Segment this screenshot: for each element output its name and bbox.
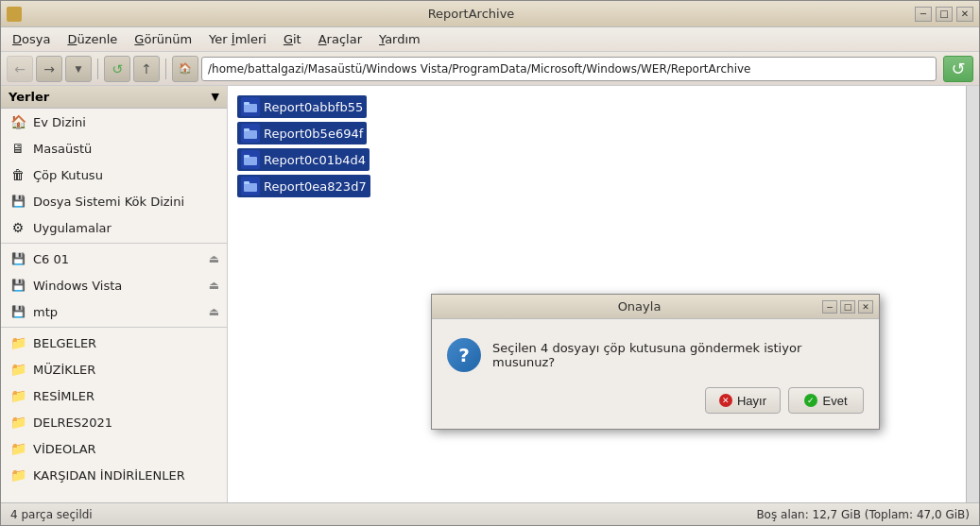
home-icon — [9, 112, 27, 131]
drive-mtp-icon — [9, 302, 27, 321]
sidebar-item-masaustu[interactable]: Masaüstü — [1, 135, 227, 161]
file-name-report0ea823d7: Report0ea823d7 — [264, 179, 367, 194]
menu-item-duzenle[interactable]: Düzenle — [60, 30, 125, 48]
svg-rect-5 — [244, 155, 249, 158]
file-name-report0c01b4d4: Report0c01b4d4 — [264, 153, 366, 167]
dialog-title: Onayla — [456, 299, 822, 314]
svg-rect-3 — [244, 128, 249, 131]
file-name-report0abbfb55: Report0abbfb55 — [264, 100, 363, 114]
apps-icon — [9, 218, 27, 237]
svg-rect-4 — [244, 157, 257, 165]
sidebar-collapse-icon[interactable]: ▼ — [212, 91, 219, 103]
home-button[interactable]: 🏠 — [172, 56, 198, 82]
eject-vista-button[interactable]: ⏏ — [209, 279, 219, 292]
sidebar-label-mtp: mtp — [33, 305, 58, 319]
sidebar-item-resimler[interactable]: RESİMLER — [1, 382, 227, 409]
menu-item-yerimleri[interactable]: Yer İmleri — [201, 30, 274, 48]
dialog-question-icon: ? — [447, 338, 481, 372]
svg-rect-0 — [244, 104, 257, 112]
sidebar-label-muzikler: MÜZİKLER — [33, 363, 95, 377]
dialog-minimize-button[interactable]: − — [822, 300, 837, 314]
forward-button[interactable]: → — [36, 56, 62, 82]
file-folder-icon — [241, 97, 260, 116]
sidebar-label-videolar: VİDEOLAR — [33, 442, 96, 456]
sidebar-item-belgeler[interactable]: BELGELER — [1, 330, 227, 356]
file-item-report0ea823d7[interactable]: Report0ea823d7 — [237, 175, 370, 197]
menu-item-gorunum[interactable]: Görünüm — [127, 30, 199, 48]
sidebar-item-uygulamalar[interactable]: Uygulamalar — [1, 214, 227, 241]
no-button[interactable]: ✕ Hayır — [705, 387, 781, 414]
sidebar-item-muzikler[interactable]: MÜZİKLER — [1, 356, 227, 382]
confirm-dialog: Onayla − □ ✕ ? Seçilen 4 dosyayı çöp kut… — [431, 294, 880, 430]
sidebar-divider-1 — [1, 243, 227, 244]
forward-dropdown[interactable]: ▼ — [65, 56, 92, 82]
svg-rect-1 — [244, 102, 249, 105]
dialog-buttons: ✕ Hayır ✓ Evet — [447, 387, 864, 414]
file-item-report0c01b4d4[interactable]: Report0c01b4d4 — [237, 148, 370, 171]
main-window: ReportArchive − □ ✕ Dosya Düzenle Görünü… — [0, 0, 980, 526]
title-bar: ReportArchive − □ ✕ — [1, 1, 979, 27]
yes-button[interactable]: ✓ Evet — [788, 387, 864, 414]
menu-item-araclar[interactable]: Araçlar — [311, 30, 370, 48]
go-button[interactable]: ↺ — [943, 56, 973, 82]
drive-vista-icon — [9, 276, 27, 295]
menu-item-yardim[interactable]: Yardım — [371, 30, 428, 48]
sidebar-item-videolar[interactable]: VİDEOLAR — [1, 435, 227, 462]
folder-belgeler-icon — [9, 333, 27, 352]
status-bar: 4 parça seçildi Boş alan: 12,7 GiB (Topl… — [1, 502, 979, 525]
scrollbar[interactable] — [966, 86, 979, 502]
dialog-maximize-button[interactable]: □ — [840, 300, 855, 314]
title-bar-controls: − □ ✕ — [915, 7, 973, 22]
sidebar-label-karsidan: KARŞIDAN İNDİRİLENLER — [33, 468, 185, 483]
reload-button[interactable]: ↺ — [104, 56, 130, 82]
sidebar-item-dosya-sistemi[interactable]: Dosya Sistemi Kök Dizini — [1, 188, 227, 214]
status-right: Boş alan: 12,7 GiB (Toplam: 47,0 GiB) — [756, 508, 970, 521]
no-icon: ✕ — [719, 394, 732, 407]
desktop-icon — [9, 139, 27, 158]
sidebar-item-cop-kutusu[interactable]: Çöp Kutusu — [1, 161, 227, 188]
minimize-button[interactable]: − — [915, 7, 932, 22]
folder-delres-icon — [9, 413, 27, 432]
toolbar-separator — [97, 59, 98, 79]
dialog-body: ? Seçilen 4 dosyayı çöp kutusuna gönderm… — [432, 319, 879, 429]
status-left: 4 parça seçildi — [10, 508, 93, 521]
drive-c6-icon — [9, 249, 27, 268]
sidebar-item-delres2021[interactable]: DELRES2021 — [1, 409, 227, 435]
sidebar-item-c6-01[interactable]: C6 01 ⏏ — [1, 246, 227, 272]
sidebar-label-c6-01: C6 01 — [33, 252, 69, 266]
toolbar: ← → ▼ ↺ ↑ 🏠 /home/battalgazi/Masaüstü/Wi… — [1, 52, 979, 86]
sidebar: Yerler ▼ Ev Dizini Masaüstü Çöp Kutusu — [1, 86, 228, 502]
sidebar-item-karsidan-indirilenler[interactable]: KARŞIDAN İNDİRİLENLER — [1, 462, 227, 488]
sidebar-item-ev-dizini[interactable]: Ev Dizini — [1, 109, 227, 135]
sidebar-scroll: Ev Dizini Masaüstü Çöp Kutusu Dosya Sist… — [1, 109, 227, 502]
svg-rect-6 — [244, 183, 257, 192]
yes-label: Evet — [822, 394, 847, 408]
sidebar-label-cop-kutusu: Çöp Kutusu — [33, 168, 103, 182]
drive-icon — [9, 192, 27, 211]
eject-c6-button[interactable]: ⏏ — [209, 252, 219, 265]
close-button[interactable]: ✕ — [956, 7, 973, 22]
folder-karsidan-icon — [9, 466, 27, 484]
menu-item-git[interactable]: Git — [276, 30, 309, 48]
location-bar[interactable]: /home/battalgazi/Masaüstü/Windows Vista/… — [201, 57, 937, 81]
dialog-controls: − □ ✕ — [822, 300, 873, 314]
file-item-report0b5e694f[interactable]: Report0b5e694f — [237, 122, 367, 144]
svg-rect-2 — [244, 130, 257, 139]
back-button[interactable]: ← — [7, 56, 33, 82]
location-text: /home/battalgazi/Masaüstü/Windows Vista/… — [208, 62, 750, 76]
sidebar-item-windows-vista[interactable]: Windows Vista ⏏ — [1, 272, 227, 298]
menu-item-dosya[interactable]: Dosya — [5, 30, 58, 48]
file-folder-icon-4 — [241, 177, 260, 195]
eject-mtp-button[interactable]: ⏏ — [209, 305, 219, 318]
dialog-close-button[interactable]: ✕ — [858, 300, 873, 314]
file-item-report0abbfb55[interactable]: Report0abbfb55 — [237, 95, 367, 118]
sidebar-label-delres2021: DELRES2021 — [33, 416, 112, 430]
window-title: ReportArchive — [27, 7, 915, 21]
dialog-message: Seçilen 4 dosyayı çöp kutusuna göndermek… — [492, 341, 864, 369]
maximize-button[interactable]: □ — [936, 7, 953, 22]
sidebar-item-mtp[interactable]: mtp ⏏ — [1, 298, 227, 325]
no-label: Hayır — [737, 394, 766, 408]
dialog-message-row: ? Seçilen 4 dosyayı çöp kutusuna gönderm… — [447, 338, 864, 372]
up-button[interactable]: ↑ — [133, 56, 160, 82]
sidebar-label-masaustu: Masaüstü — [33, 142, 92, 156]
